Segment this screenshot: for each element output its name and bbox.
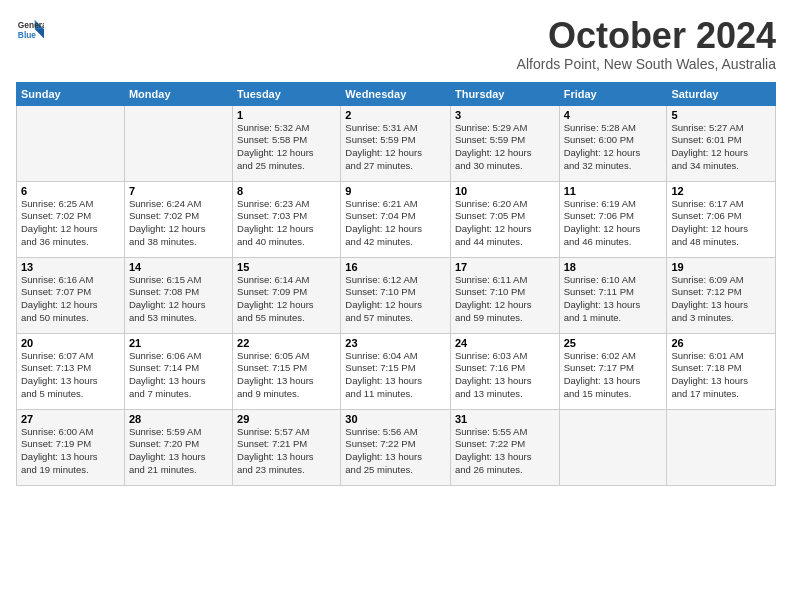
- cell-content: Sunrise: 6:09 AM Sunset: 7:12 PM Dayligh…: [671, 274, 771, 325]
- day-number: 29: [237, 413, 336, 425]
- cell-content: Sunrise: 5:55 AM Sunset: 7:22 PM Dayligh…: [455, 426, 555, 477]
- calendar-cell: 10Sunrise: 6:20 AM Sunset: 7:05 PM Dayli…: [450, 181, 559, 257]
- location-subtitle: Alfords Point, New South Wales, Australi…: [517, 56, 776, 72]
- day-number: 5: [671, 109, 771, 121]
- calendar-cell: 27Sunrise: 6:00 AM Sunset: 7:19 PM Dayli…: [17, 409, 125, 485]
- calendar-cell: 26Sunrise: 6:01 AM Sunset: 7:18 PM Dayli…: [667, 333, 776, 409]
- cell-content: Sunrise: 6:01 AM Sunset: 7:18 PM Dayligh…: [671, 350, 771, 401]
- cell-content: Sunrise: 6:07 AM Sunset: 7:13 PM Dayligh…: [21, 350, 120, 401]
- header-row: Sunday Monday Tuesday Wednesday Thursday…: [17, 82, 776, 105]
- svg-text:Blue: Blue: [18, 30, 36, 40]
- calendar-week-2: 6Sunrise: 6:25 AM Sunset: 7:02 PM Daylig…: [17, 181, 776, 257]
- day-number: 17: [455, 261, 555, 273]
- calendar-cell: 24Sunrise: 6:03 AM Sunset: 7:16 PM Dayli…: [450, 333, 559, 409]
- calendar-cell: 16Sunrise: 6:12 AM Sunset: 7:10 PM Dayli…: [341, 257, 451, 333]
- cell-content: Sunrise: 6:20 AM Sunset: 7:05 PM Dayligh…: [455, 198, 555, 249]
- col-sunday: Sunday: [17, 82, 125, 105]
- cell-content: Sunrise: 6:03 AM Sunset: 7:16 PM Dayligh…: [455, 350, 555, 401]
- day-number: 26: [671, 337, 771, 349]
- col-monday: Monday: [124, 82, 232, 105]
- cell-content: Sunrise: 6:17 AM Sunset: 7:06 PM Dayligh…: [671, 198, 771, 249]
- calendar-cell: 28Sunrise: 5:59 AM Sunset: 7:20 PM Dayli…: [124, 409, 232, 485]
- day-number: 16: [345, 261, 446, 273]
- col-wednesday: Wednesday: [341, 82, 451, 105]
- col-thursday: Thursday: [450, 82, 559, 105]
- calendar-cell: 18Sunrise: 6:10 AM Sunset: 7:11 PM Dayli…: [559, 257, 667, 333]
- cell-content: Sunrise: 6:19 AM Sunset: 7:06 PM Dayligh…: [564, 198, 663, 249]
- day-number: 25: [564, 337, 663, 349]
- calendar-cell: 14Sunrise: 6:15 AM Sunset: 7:08 PM Dayli…: [124, 257, 232, 333]
- calendar-cell: [667, 409, 776, 485]
- cell-content: Sunrise: 6:24 AM Sunset: 7:02 PM Dayligh…: [129, 198, 228, 249]
- day-number: 2: [345, 109, 446, 121]
- col-saturday: Saturday: [667, 82, 776, 105]
- day-number: 1: [237, 109, 336, 121]
- cell-content: Sunrise: 5:57 AM Sunset: 7:21 PM Dayligh…: [237, 426, 336, 477]
- calendar-cell: 15Sunrise: 6:14 AM Sunset: 7:09 PM Dayli…: [233, 257, 341, 333]
- cell-content: Sunrise: 6:14 AM Sunset: 7:09 PM Dayligh…: [237, 274, 336, 325]
- col-friday: Friday: [559, 82, 667, 105]
- calendar-table: Sunday Monday Tuesday Wednesday Thursday…: [16, 82, 776, 486]
- cell-content: Sunrise: 6:06 AM Sunset: 7:14 PM Dayligh…: [129, 350, 228, 401]
- calendar-cell: 20Sunrise: 6:07 AM Sunset: 7:13 PM Dayli…: [17, 333, 125, 409]
- calendar-cell: 7Sunrise: 6:24 AM Sunset: 7:02 PM Daylig…: [124, 181, 232, 257]
- day-number: 27: [21, 413, 120, 425]
- calendar-cell: [124, 105, 232, 181]
- calendar-cell: 17Sunrise: 6:11 AM Sunset: 7:10 PM Dayli…: [450, 257, 559, 333]
- month-title: October 2024: [517, 16, 776, 56]
- calendar-body: 1Sunrise: 5:32 AM Sunset: 5:58 PM Daylig…: [17, 105, 776, 485]
- cell-content: Sunrise: 6:10 AM Sunset: 7:11 PM Dayligh…: [564, 274, 663, 325]
- cell-content: Sunrise: 6:16 AM Sunset: 7:07 PM Dayligh…: [21, 274, 120, 325]
- calendar-cell: 23Sunrise: 6:04 AM Sunset: 7:15 PM Dayli…: [341, 333, 451, 409]
- cell-content: Sunrise: 5:29 AM Sunset: 5:59 PM Dayligh…: [455, 122, 555, 173]
- cell-content: Sunrise: 5:56 AM Sunset: 7:22 PM Dayligh…: [345, 426, 446, 477]
- cell-content: Sunrise: 6:12 AM Sunset: 7:10 PM Dayligh…: [345, 274, 446, 325]
- day-number: 10: [455, 185, 555, 197]
- calendar-week-4: 20Sunrise: 6:07 AM Sunset: 7:13 PM Dayli…: [17, 333, 776, 409]
- day-number: 31: [455, 413, 555, 425]
- calendar-cell: 12Sunrise: 6:17 AM Sunset: 7:06 PM Dayli…: [667, 181, 776, 257]
- title-section: October 2024 Alfords Point, New South Wa…: [517, 16, 776, 72]
- cell-content: Sunrise: 5:32 AM Sunset: 5:58 PM Dayligh…: [237, 122, 336, 173]
- cell-content: Sunrise: 6:23 AM Sunset: 7:03 PM Dayligh…: [237, 198, 336, 249]
- day-number: 8: [237, 185, 336, 197]
- day-number: 18: [564, 261, 663, 273]
- cell-content: Sunrise: 6:04 AM Sunset: 7:15 PM Dayligh…: [345, 350, 446, 401]
- logo-icon: General Blue: [16, 16, 44, 44]
- cell-content: Sunrise: 6:00 AM Sunset: 7:19 PM Dayligh…: [21, 426, 120, 477]
- calendar-cell: 25Sunrise: 6:02 AM Sunset: 7:17 PM Dayli…: [559, 333, 667, 409]
- calendar-cell: 4Sunrise: 5:28 AM Sunset: 6:00 PM Daylig…: [559, 105, 667, 181]
- calendar-cell: 3Sunrise: 5:29 AM Sunset: 5:59 PM Daylig…: [450, 105, 559, 181]
- day-number: 30: [345, 413, 446, 425]
- day-number: 19: [671, 261, 771, 273]
- cell-content: Sunrise: 6:15 AM Sunset: 7:08 PM Dayligh…: [129, 274, 228, 325]
- day-number: 3: [455, 109, 555, 121]
- calendar-cell: 31Sunrise: 5:55 AM Sunset: 7:22 PM Dayli…: [450, 409, 559, 485]
- calendar-cell: 9Sunrise: 6:21 AM Sunset: 7:04 PM Daylig…: [341, 181, 451, 257]
- calendar-cell: 22Sunrise: 6:05 AM Sunset: 7:15 PM Dayli…: [233, 333, 341, 409]
- svg-text:General: General: [18, 20, 44, 30]
- logo: General Blue: [16, 16, 46, 44]
- cell-content: Sunrise: 6:02 AM Sunset: 7:17 PM Dayligh…: [564, 350, 663, 401]
- day-number: 22: [237, 337, 336, 349]
- calendar-cell: [17, 105, 125, 181]
- day-number: 11: [564, 185, 663, 197]
- cell-content: Sunrise: 5:59 AM Sunset: 7:20 PM Dayligh…: [129, 426, 228, 477]
- cell-content: Sunrise: 5:31 AM Sunset: 5:59 PM Dayligh…: [345, 122, 446, 173]
- day-number: 21: [129, 337, 228, 349]
- day-number: 4: [564, 109, 663, 121]
- calendar-cell: 2Sunrise: 5:31 AM Sunset: 5:59 PM Daylig…: [341, 105, 451, 181]
- calendar-cell: 29Sunrise: 5:57 AM Sunset: 7:21 PM Dayli…: [233, 409, 341, 485]
- calendar-cell: 19Sunrise: 6:09 AM Sunset: 7:12 PM Dayli…: [667, 257, 776, 333]
- day-number: 23: [345, 337, 446, 349]
- day-number: 28: [129, 413, 228, 425]
- calendar-week-1: 1Sunrise: 5:32 AM Sunset: 5:58 PM Daylig…: [17, 105, 776, 181]
- col-tuesday: Tuesday: [233, 82, 341, 105]
- day-number: 6: [21, 185, 120, 197]
- cell-content: Sunrise: 5:27 AM Sunset: 6:01 PM Dayligh…: [671, 122, 771, 173]
- calendar-page: General Blue October 2024 Alfords Point,…: [0, 0, 792, 612]
- day-number: 24: [455, 337, 555, 349]
- day-number: 15: [237, 261, 336, 273]
- calendar-header: Sunday Monday Tuesday Wednesday Thursday…: [17, 82, 776, 105]
- calendar-cell: [559, 409, 667, 485]
